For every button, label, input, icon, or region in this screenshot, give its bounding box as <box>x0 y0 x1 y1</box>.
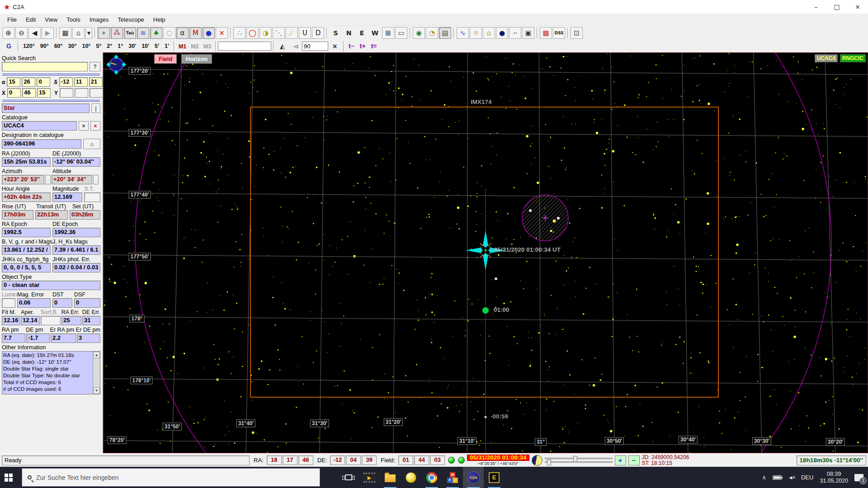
planet-uranus-icon[interactable]: U <box>299 27 311 39</box>
x-boxes-0[interactable]: 0 <box>7 88 21 98</box>
taskbar-app-file-explorer[interactable] <box>380 467 401 488</box>
menu-images[interactable]: Images <box>85 15 113 24</box>
center-field-icon[interactable]: ⊞ <box>382 27 394 39</box>
time-minus-button[interactable]: − <box>628 455 640 465</box>
constellation-lines-icon[interactable]: ⁂ <box>111 27 123 39</box>
fov-90deg[interactable]: 90° <box>38 41 52 52</box>
history-forward-icon[interactable]: ▶ <box>42 27 54 39</box>
menu-telescope[interactable]: Telescope <box>113 15 149 24</box>
object-search-input[interactable] <box>218 42 271 51</box>
altitude-more-button[interactable]: . <box>93 175 99 184</box>
milky-way-icon[interactable]: ≋ <box>137 27 149 39</box>
fov-30deg[interactable]: 30° <box>66 41 80 52</box>
comets-icon[interactable]: ☄ <box>286 27 298 39</box>
grid-toggle-icon[interactable]: ▦ <box>59 27 71 39</box>
marker-m3-button[interactable]: M3 <box>201 43 213 50</box>
y-boxes-1[interactable] <box>75 88 88 98</box>
x-boxes-1[interactable]: 46 <box>22 88 36 98</box>
tray-expand-icon[interactable]: ∧ <box>762 474 767 481</box>
scroll-up-icon[interactable]: ▲ <box>93 352 100 358</box>
menu-help[interactable]: Help <box>149 15 170 24</box>
fov-5deg[interactable]: 5° <box>93 41 104 52</box>
fov-5min[interactable]: 5' <box>152 41 162 52</box>
planet-labels-icon[interactable]: D <box>312 27 324 39</box>
alpha-boxes-2[interactable]: 0 <box>37 77 50 87</box>
horizon-landscape-icon[interactable]: ♠ <box>150 27 162 39</box>
menu-view[interactable]: View <box>40 15 62 24</box>
y-boxes-2[interactable] <box>90 88 103 98</box>
tab-horizon[interactable]: Horizon <box>181 54 212 64</box>
flip-horizontal-icon[interactable]: ◭ <box>276 40 288 52</box>
time-clock-icon[interactable]: ◔ <box>426 27 438 39</box>
orient-south-icon[interactable]: S <box>330 27 342 39</box>
compass-rose-icon[interactable] <box>106 55 126 75</box>
constellation-names-icon[interactable]: Taŭ <box>124 27 136 39</box>
time-minus-button[interactable]: t− <box>346 42 357 50</box>
fov-circle-icon[interactable]: ◌ <box>163 27 175 39</box>
fov-10min[interactable]: 10' <box>139 41 152 52</box>
quick-search-input[interactable] <box>2 62 88 71</box>
notification-icon[interactable]: 1 <box>854 474 863 481</box>
planet-view-icon[interactable]: ● <box>496 27 508 39</box>
object-names-icon[interactable]: α <box>176 27 189 39</box>
help-button[interactable]: ? <box>90 62 100 71</box>
start-button[interactable] <box>0 467 22 488</box>
taskbar-search[interactable]: Zur Suche Text hier eingeben <box>22 468 320 487</box>
field-frame-icon[interactable]: ▩ <box>540 27 552 39</box>
satellites-icon[interactable]: ∘· <box>509 27 521 39</box>
history-back-icon[interactable]: ◀ <box>28 27 41 39</box>
scroll-down-icon[interactable]: ▼ <box>93 387 100 394</box>
azimuth-more-button[interactable]: . <box>45 175 51 184</box>
star-clusters-icon[interactable]: ∴ <box>233 27 245 39</box>
observatory-dome-icon[interactable]: ⌂ <box>483 27 495 39</box>
menu-file[interactable]: File <box>3 15 21 24</box>
distance-measure-icon[interactable]: ▭ <box>395 27 407 39</box>
marker-m2-button[interactable]: M2 <box>189 43 201 50</box>
catalogue-clear-button[interactable]: × <box>79 121 89 131</box>
x-boxes-2[interactable]: 15 <box>37 88 51 98</box>
delta-boxes-2[interactable]: 21 <box>89 77 103 87</box>
orient-north-icon[interactable]: N <box>343 27 355 39</box>
tray-clock[interactable]: 08:39 31.05.2020 <box>820 471 848 484</box>
minimize-button[interactable]: – <box>806 0 826 14</box>
zoom-out-icon[interactable]: ⊖ <box>15 27 28 39</box>
fov-1deg[interactable]: 1° <box>115 41 126 52</box>
battery-icon[interactable] <box>773 475 782 480</box>
other-info-scrollbar[interactable]: ▲ ▼ <box>93 352 100 394</box>
language-indicator[interactable]: DEU <box>801 474 813 481</box>
earth-map-icon[interactable]: ◉ <box>413 27 425 39</box>
messier-objects-icon[interactable]: M <box>189 27 202 39</box>
zoom-in-icon[interactable]: ⊕ <box>2 27 14 39</box>
catalogue-delete-button[interactable]: × <box>90 121 100 131</box>
fov-1min[interactable]: 1' <box>162 41 172 52</box>
clear-rotation-button[interactable]: × <box>329 40 341 52</box>
goto-telescope-button[interactable]: ⌂ <box>83 139 100 149</box>
deep-sky-objects-icon[interactable]: ● <box>203 27 215 39</box>
orient-west-icon[interactable]: W <box>369 27 381 39</box>
center-cross-icon[interactable]: ⌖ <box>98 27 110 39</box>
nebulae-icon[interactable]: ◯ <box>246 27 259 39</box>
time-sliders[interactable] <box>545 458 613 463</box>
volume-muted-icon[interactable]: ◄× <box>788 474 795 481</box>
delta-boxes-1[interactable]: 11 <box>74 77 88 87</box>
alpha-boxes-0[interactable]: 15 <box>7 77 20 87</box>
maximize-button[interactable]: □ <box>826 0 847 14</box>
time-now-button[interactable]: t= <box>368 42 380 50</box>
marker-m1-button[interactable]: M1 <box>176 43 189 50</box>
fov-60deg[interactable]: 60° <box>52 41 66 52</box>
menu-tools[interactable]: Tools <box>62 15 85 24</box>
guide-button[interactable]: G <box>2 42 16 50</box>
print-chart-icon[interactable]: ⊡ <box>571 27 583 39</box>
moon-display-icon[interactable]: ◑ <box>259 27 272 39</box>
dome-view-icon[interactable]: ⌂ <box>72 27 85 39</box>
close-button[interactable]: × <box>847 0 868 14</box>
y-boxes-0[interactable] <box>60 88 73 98</box>
taskbar-app-keepass[interactable] <box>401 467 421 488</box>
taskbar-app-mfc-app[interactable]: MFC <box>442 467 463 488</box>
dss-image-icon[interactable]: DSS <box>553 27 565 39</box>
dome-dropdown-icon[interactable]: ▾ <box>85 27 92 39</box>
camera-control-icon[interactable]: ▣ <box>522 27 534 39</box>
delta-boxes-0[interactable]: -12 <box>59 77 73 87</box>
asteroids-icon[interactable]: ⋱ <box>273 27 285 39</box>
taskbar-app-c2a[interactable]: C2A <box>463 467 484 488</box>
